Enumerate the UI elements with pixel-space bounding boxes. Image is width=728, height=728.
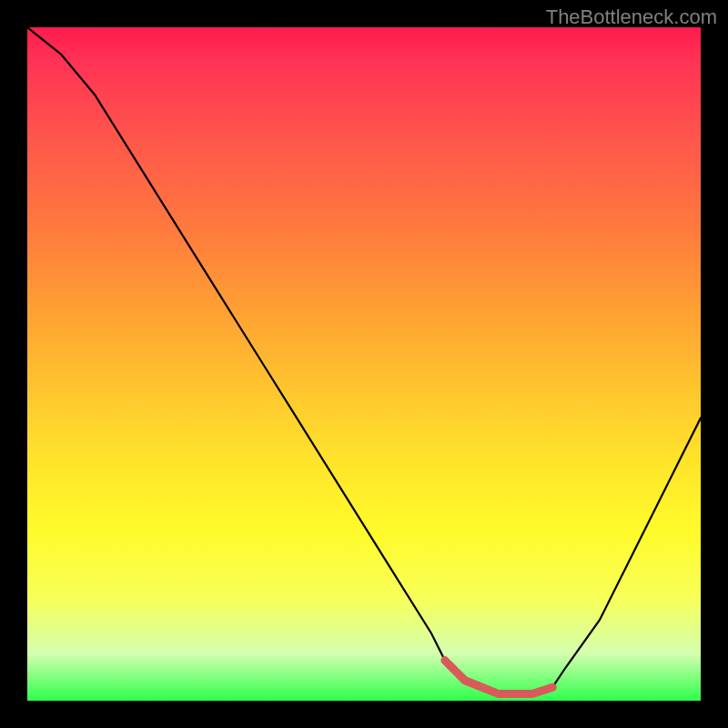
curve-svg <box>27 27 701 701</box>
watermark-text: TheBottleneck.com <box>546 5 717 29</box>
chart-container: TheBottleneck.com <box>0 0 728 728</box>
optimal-zone-marker <box>445 661 552 694</box>
bottleneck-curve <box>27 27 701 694</box>
plot-area <box>27 27 701 701</box>
